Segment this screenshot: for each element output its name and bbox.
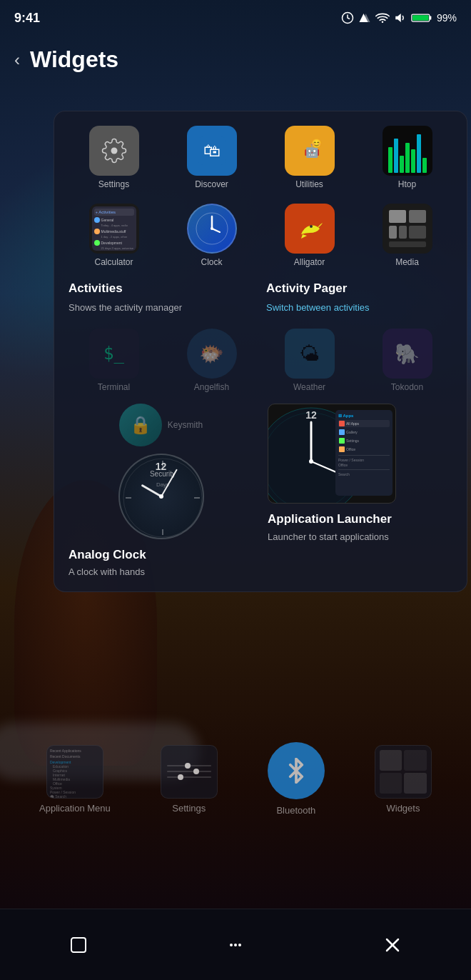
- media-label: Media: [395, 257, 419, 267]
- svg-point-35: [309, 459, 313, 464]
- widgets-label: Widgets: [386, 803, 420, 814]
- svg-point-39: [238, 944, 241, 946]
- launcher-preview: 12 ⊞ Apps All Apps Gallery: [268, 404, 396, 504]
- utilities-icon-bg: 🤖 😊: [285, 126, 335, 176]
- app-item-utilities[interactable]: 🤖 😊 Utilities: [264, 126, 355, 189]
- discover-icon-bg: 🛍: [187, 126, 237, 176]
- bottom-widgets-section: 🔒 Keysmith 12 Security Days: [69, 404, 452, 577]
- alligator-label: Alligator: [294, 257, 325, 267]
- discover-label: Discover: [195, 179, 228, 189]
- app-item-alligator[interactable]: Alligator: [264, 204, 355, 267]
- analog-clock-widget: 🔒 Keysmith 12 Security Days: [69, 404, 253, 577]
- app-launcher-title: Application Launcher: [268, 512, 452, 526]
- battery-icon: [411, 12, 432, 24]
- weather-icon: 🌤: [285, 329, 335, 379]
- bluetooth-icon[interactable]: [268, 742, 325, 799]
- svg-rect-18: [409, 210, 426, 223]
- app-item-terminal[interactable]: $_ Terminal: [69, 329, 159, 392]
- home-icon: [226, 935, 245, 955]
- app-item-weather[interactable]: 🌤 Weather: [264, 329, 355, 392]
- svg-text:Days: Days: [156, 481, 168, 488]
- svg-rect-17: [389, 210, 406, 223]
- status-bar: 9:41 99%: [0, 0, 471, 36]
- clock-icon: [187, 204, 237, 254]
- wifi-icon: [375, 12, 390, 24]
- svg-point-15: [211, 227, 213, 230]
- weather-label: Weather: [293, 382, 325, 392]
- app-launcher-desc: Launcher to start applications: [268, 531, 452, 544]
- nav-back-button[interactable]: [371, 924, 414, 966]
- angelfish-icon: 🐡: [187, 329, 237, 379]
- analog-clock-face: 12 Security Days: [118, 454, 204, 539]
- svg-rect-22: [389, 241, 426, 247]
- activities-description: Shows the activity manager: [69, 301, 255, 314]
- alligator-icon-svg: [295, 214, 324, 243]
- activities-title: Activities: [69, 281, 255, 296]
- calculator-icon: + Activities General Today - 4 apps, rad…: [89, 204, 139, 254]
- battery-percent: 99%: [437, 12, 457, 24]
- widget-panel: Settings 🛍 Discover 🤖 😊 Utilities: [54, 111, 467, 592]
- bluetooth-widget[interactable]: Bluetooth: [268, 742, 325, 816]
- analog-clock-title: Analog Clock: [69, 548, 253, 562]
- app-item-discover[interactable]: 🛍 Discover: [166, 126, 257, 189]
- htop-label: Htop: [398, 179, 416, 189]
- activity-pager-desc: Activity Pager Switch between activities: [266, 281, 452, 314]
- app-item-media[interactable]: Media: [362, 204, 452, 267]
- bluetooth-symbol: [283, 758, 309, 784]
- svg-text:Security: Security: [149, 470, 175, 478]
- app-item-tokodon[interactable]: 🐘 Tokodon: [362, 329, 452, 392]
- svg-marker-4: [395, 14, 401, 22]
- status-time: 9:41: [14, 11, 40, 26]
- app-item-htop[interactable]: Htop: [362, 126, 452, 189]
- discover-icon: 🛍: [198, 136, 226, 165]
- terminal-icon: $_: [89, 329, 139, 379]
- keysmith-row: 🔒 Keysmith: [119, 404, 203, 446]
- tokodon-label: Tokodon: [391, 382, 423, 392]
- svg-rect-19: [389, 226, 397, 239]
- activities-widget-desc: Activities Shows the activity manager: [69, 281, 255, 314]
- app-grid-row2: + Activities General Today - 4 apps, rad…: [69, 204, 452, 267]
- nav-bar: [0, 909, 471, 980]
- app-item-clock[interactable]: Clock: [166, 204, 257, 267]
- app-item-settings[interactable]: Settings: [69, 126, 159, 189]
- app-grid-row3: $_ Terminal 🐡 Angelfish 🌤 Weather 🐘 Toko…: [69, 329, 452, 392]
- app-item-angelfish[interactable]: 🐡 Angelfish: [166, 329, 257, 392]
- clock-status-icon: [341, 11, 354, 24]
- alligator-icon: [285, 204, 335, 254]
- svg-text:🛍: 🛍: [203, 141, 221, 160]
- settings-widget[interactable]: Settings: [161, 745, 218, 814]
- page-header: ‹ Widgets: [14, 46, 118, 73]
- terminal-label: Terminal: [98, 382, 130, 392]
- media-icon: [383, 204, 432, 254]
- page-title: Widgets: [30, 46, 118, 73]
- app-menu-icon: Recent Applications Recent Documents Dev…: [46, 745, 103, 799]
- nav-recent-button[interactable]: [57, 924, 100, 966]
- settings-label: Settings: [98, 179, 129, 189]
- nav-home-button[interactable]: [214, 924, 257, 966]
- bluetooth-label: Bluetooth: [276, 805, 315, 816]
- app-item-calculator[interactable]: + Activities General Today - 4 apps, rad…: [69, 204, 159, 267]
- status-icons: 99%: [341, 11, 457, 24]
- widgets-icon: [375, 745, 432, 799]
- keysmith-icon: 🔒: [119, 404, 162, 446]
- signal-icon: [358, 11, 371, 24]
- activity-pager-title: Activity Pager: [266, 281, 452, 296]
- app-grid-row1: Settings 🛍 Discover 🤖 😊 Utilities: [69, 126, 452, 189]
- settings-icon: [89, 126, 139, 176]
- back-button[interactable]: ‹: [14, 50, 20, 70]
- analog-clock-desc: A clock with hands: [69, 566, 253, 577]
- volume-icon: [394, 11, 407, 24]
- widgets-widget[interactable]: Widgets: [375, 745, 432, 814]
- media-grid-icon: [386, 207, 429, 250]
- htop-icon: [383, 126, 432, 176]
- bottom-widget-row: Recent Applications Recent Documents Dev…: [0, 742, 471, 816]
- utilities-label: Utilities: [295, 179, 323, 189]
- app-menu-widget[interactable]: Recent Applications Recent Documents Dev…: [39, 745, 111, 814]
- widget-descriptions: Activities Shows the activity manager Ac…: [69, 281, 452, 314]
- app-launcher-widget: 12 ⊞ Apps All Apps Gallery: [268, 404, 452, 544]
- svg-point-3: [382, 21, 384, 24]
- calculator-label: Calculator: [94, 257, 133, 267]
- back-icon: [384, 936, 401, 954]
- svg-text:😊: 😊: [311, 138, 322, 149]
- angelfish-label: Angelfish: [194, 382, 229, 392]
